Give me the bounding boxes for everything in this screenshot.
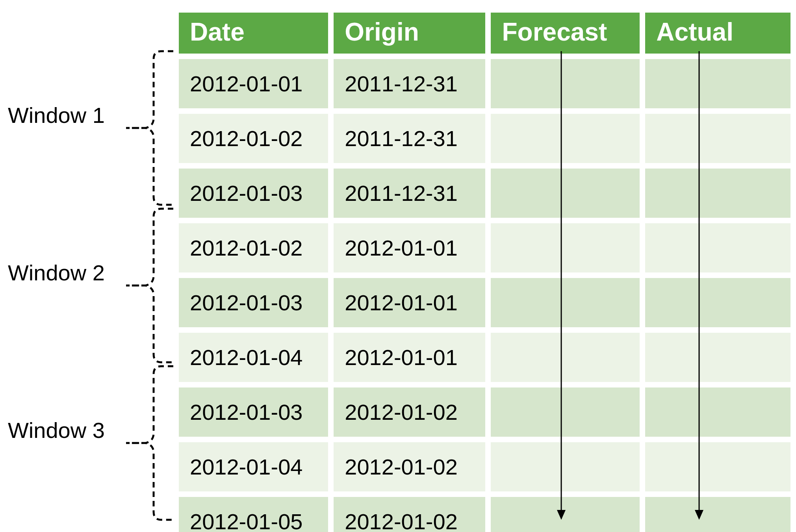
cell-forecast — [491, 387, 640, 437]
cell-actual — [645, 497, 790, 532]
cell-date: 2012-01-04 — [179, 333, 328, 382]
cell-forecast — [491, 59, 640, 108]
forecast-table: Date Origin Forecast Actual 2012-01-01 2… — [173, 7, 796, 532]
cell-actual — [645, 442, 790, 491]
table-row: 2012-01-01 2011-12-31 — [179, 59, 790, 108]
bracket-window-3 — [122, 362, 177, 524]
cell-origin: 2012-01-02 — [334, 387, 485, 437]
cell-date: 2012-01-05 — [179, 497, 328, 532]
cell-date: 2012-01-03 — [179, 169, 328, 218]
col-actual: Actual — [645, 13, 790, 54]
cell-actual — [645, 387, 790, 437]
window-label-2: Window 2 — [8, 260, 105, 285]
cell-date: 2012-01-04 — [179, 442, 328, 491]
cell-forecast — [491, 442, 640, 491]
cell-actual — [645, 59, 790, 108]
cell-forecast — [491, 169, 640, 218]
cell-actual — [645, 278, 790, 327]
cell-origin: 2012-01-02 — [334, 442, 485, 491]
window-label-1: Window 1 — [8, 102, 105, 128]
cell-origin: 2011-12-31 — [334, 169, 485, 218]
table-header-row: Date Origin Forecast Actual — [179, 13, 790, 54]
col-date: Date — [179, 13, 328, 54]
bracket-window-2 — [122, 205, 177, 366]
table-row: 2012-01-02 2012-01-01 — [179, 223, 790, 272]
cell-origin: 2012-01-01 — [334, 223, 485, 272]
table-row: 2012-01-03 2012-01-02 — [179, 387, 790, 437]
col-forecast: Forecast — [491, 13, 640, 54]
cell-forecast — [491, 114, 640, 163]
col-origin: Origin — [334, 13, 485, 54]
cell-forecast — [491, 333, 640, 382]
window-label-3: Window 3 — [8, 417, 105, 443]
cell-origin: 2011-12-31 — [334, 59, 485, 108]
cell-date: 2012-01-03 — [179, 278, 328, 327]
cell-actual — [645, 114, 790, 163]
cell-origin: 2012-01-01 — [334, 278, 485, 327]
cell-actual — [645, 333, 790, 382]
table-row: 2012-01-04 2012-01-02 — [179, 442, 790, 491]
cell-origin: 2012-01-01 — [334, 333, 485, 382]
cell-origin: 2012-01-02 — [334, 497, 485, 532]
cell-date: 2012-01-02 — [179, 114, 328, 163]
table-row: 2012-01-02 2011-12-31 — [179, 114, 790, 163]
cell-date: 2012-01-02 — [179, 223, 328, 272]
cell-forecast — [491, 223, 640, 272]
cell-actual — [645, 169, 790, 218]
cell-actual — [645, 223, 790, 272]
cell-forecast — [491, 497, 640, 532]
table-row: 2012-01-03 2012-01-01 — [179, 278, 790, 327]
cell-origin: 2011-12-31 — [334, 114, 485, 163]
cell-date: 2012-01-03 — [179, 387, 328, 437]
table-row: 2012-01-04 2012-01-01 — [179, 333, 790, 382]
bracket-window-1 — [122, 47, 177, 209]
table-row: 2012-01-03 2011-12-31 — [179, 169, 790, 218]
cell-date: 2012-01-01 — [179, 59, 328, 108]
cell-forecast — [491, 278, 640, 327]
table-row: 2012-01-05 2012-01-02 — [179, 497, 790, 532]
